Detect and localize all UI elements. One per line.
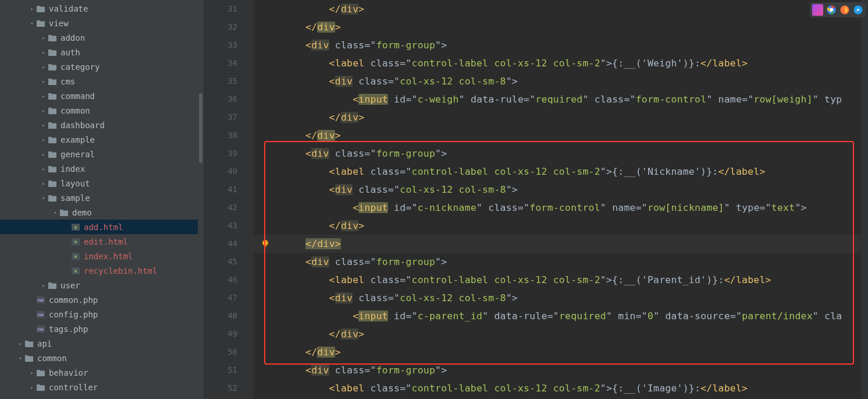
- chevron-icon[interactable]: ▸: [40, 122, 48, 128]
- php-file-icon: PHP: [36, 310, 45, 319]
- line-number: 35: [198, 72, 237, 90]
- tree-item-view[interactable]: ▾view: [0, 16, 198, 30]
- code-line[interactable]: <div class="col-xs-12 col-sm-8">: [254, 289, 868, 307]
- folder-icon: [48, 165, 57, 173]
- phpstorm-icon[interactable]: [812, 4, 823, 16]
- tree-item-controller[interactable]: ▸controller: [0, 380, 198, 394]
- tree-item-edit-html[interactable]: Hedit.html: [0, 234, 198, 249]
- tree-item-user[interactable]: ▸user: [0, 278, 198, 292]
- chevron-icon[interactable]: ▸: [40, 181, 48, 186]
- svg-text:H: H: [74, 269, 77, 274]
- code-line[interactable]: <label class="control-label col-xs-12 co…: [254, 379, 868, 397]
- tree-item-common[interactable]: ▸common: [0, 103, 198, 118]
- chevron-icon[interactable]: ▸: [28, 370, 36, 376]
- chevron-icon[interactable]: ▸: [28, 384, 36, 390]
- folder-icon: [36, 383, 45, 391]
- safari-icon[interactable]: [852, 4, 863, 16]
- tree-item-api[interactable]: ▸api: [0, 336, 198, 351]
- tree-item-label: edit.html: [84, 237, 128, 246]
- chevron-icon[interactable]: ▸: [40, 64, 48, 70]
- tree-item-category[interactable]: ▸category: [0, 59, 198, 74]
- code-line[interactable]: <div class="form-group">: [254, 36, 868, 54]
- chevron-icon[interactable]: ▾: [51, 210, 59, 216]
- chrome-icon[interactable]: [826, 4, 837, 16]
- code-line[interactable]: <input id="c-weigh" data-rule="required"…: [254, 90, 868, 108]
- tree-item-behavior[interactable]: ▸behavior: [0, 365, 198, 380]
- code-line[interactable]: </div>: [254, 126, 868, 144]
- tree-item-index[interactable]: ▸index: [0, 161, 198, 176]
- tree-item-add-html[interactable]: Hadd.html: [0, 220, 198, 234]
- code-line[interactable]: <label class="control-label col-xs-12 co…: [254, 271, 868, 289]
- line-number: 39: [198, 144, 237, 163]
- code-line[interactable]: <label class="control-label col-xs-12 co…: [254, 163, 868, 181]
- folder-icon: [48, 107, 57, 115]
- editor-scrollbar[interactable]: [861, 0, 868, 399]
- chevron-icon[interactable]: ▸: [40, 283, 48, 288]
- chevron-icon[interactable]: ▸: [40, 137, 48, 143]
- line-number: 34: [198, 54, 237, 72]
- svg-rect-15: [264, 245, 266, 247]
- code-line[interactable]: </div>: [254, 217, 868, 235]
- line-number: 52: [198, 379, 237, 397]
- tree-item-sample[interactable]: ▾sample: [0, 190, 198, 205]
- line-number: 37: [198, 108, 237, 126]
- code-line[interactable]: </div>: [254, 325, 868, 343]
- code-editor[interactable]: </div> </div> <div class="form-group"> <…: [254, 0, 868, 399]
- firefox-icon[interactable]: [839, 4, 850, 16]
- tree-item-common[interactable]: ▾common: [0, 351, 198, 365]
- tree-item-validate[interactable]: ▸validate: [0, 1, 198, 16]
- code-line[interactable]: <div class="col-xs-12 col-sm-8">: [254, 72, 868, 90]
- chevron-icon[interactable]: ▾: [28, 20, 36, 26]
- tree-item-auth[interactable]: ▸auth: [0, 45, 198, 59]
- tree-item-tags-php[interactable]: PHPtags.php: [0, 322, 198, 336]
- tree-item-addon[interactable]: ▸addon: [0, 30, 198, 45]
- tree-item-label: category: [61, 62, 99, 72]
- tree-item-recyclebin-html[interactable]: Hrecyclebin.html: [0, 263, 198, 278]
- chevron-icon[interactable]: ▸: [16, 341, 24, 347]
- chevron-icon[interactable]: ▸: [40, 79, 48, 84]
- code-line[interactable]: </div>: [254, 343, 868, 361]
- sidebar-scrollbar[interactable]: [198, 0, 204, 399]
- tree-item-index-html[interactable]: Hindex.html: [0, 249, 198, 263]
- chevron-icon[interactable]: ▸: [40, 108, 48, 114]
- code-line[interactable]: <div class="col-xs-12 col-sm-8">: [254, 181, 868, 199]
- line-number: 38: [198, 126, 237, 144]
- chevron-icon[interactable]: ▸: [40, 151, 48, 157]
- chevron-icon[interactable]: ▸: [40, 35, 48, 41]
- chevron-icon[interactable]: ▾: [16, 355, 24, 361]
- line-number: 43: [198, 217, 237, 235]
- php-file-icon: PHP: [36, 296, 45, 304]
- tree-item-general[interactable]: ▸general: [0, 147, 198, 161]
- code-line[interactable]: </div>: [254, 235, 868, 253]
- tree-item-cms[interactable]: ▸cms: [0, 74, 198, 89]
- chevron-icon[interactable]: ▸: [28, 6, 36, 12]
- code-line[interactable]: <div class="form-group">: [254, 361, 868, 379]
- tree-item-layout[interactable]: ▸layout: [0, 176, 198, 190]
- chevron-icon[interactable]: ▸: [40, 93, 48, 99]
- chevron-icon[interactable]: ▸: [40, 50, 48, 55]
- code-line[interactable]: <input id="c-parent_id" data-rule="requi…: [254, 307, 868, 325]
- tree-item-config-php[interactable]: PHPconfig.php: [0, 307, 198, 322]
- tree-item-label: demo: [72, 208, 92, 217]
- code-line[interactable]: </div>: [254, 0, 868, 18]
- code-line[interactable]: <div class="form-group">: [254, 253, 868, 271]
- code-line[interactable]: <input id="c-nickname" class="form-contr…: [254, 199, 868, 217]
- tree-item-dashboard[interactable]: ▸dashboard: [0, 118, 198, 132]
- code-line[interactable]: </div>: [254, 18, 868, 36]
- tree-item-command[interactable]: ▸command: [0, 89, 198, 103]
- intention-bulb-icon[interactable]: [261, 239, 270, 248]
- chevron-icon[interactable]: ▸: [40, 166, 48, 172]
- tree-item-common-php[interactable]: PHPcommon.php: [0, 292, 198, 307]
- tree-item-label: index: [61, 164, 85, 174]
- chevron-icon[interactable]: ▾: [40, 195, 48, 201]
- line-number: 42: [198, 199, 237, 217]
- code-line[interactable]: <label class="control-label col-xs-12 co…: [254, 54, 868, 72]
- tree-item-demo[interactable]: ▾demo: [0, 205, 198, 220]
- tree-item-example[interactable]: ▸example: [0, 132, 198, 147]
- line-number: 33: [198, 36, 237, 54]
- php-file-icon: PHP: [36, 325, 45, 333]
- project-tree[interactable]: ▸validate▾view▸addon▸auth▸category▸cms▸c…: [0, 0, 198, 399]
- code-line[interactable]: </div>: [254, 108, 868, 126]
- tree-item-label: tags.php: [49, 324, 88, 334]
- code-line[interactable]: <div class="form-group">: [254, 144, 868, 163]
